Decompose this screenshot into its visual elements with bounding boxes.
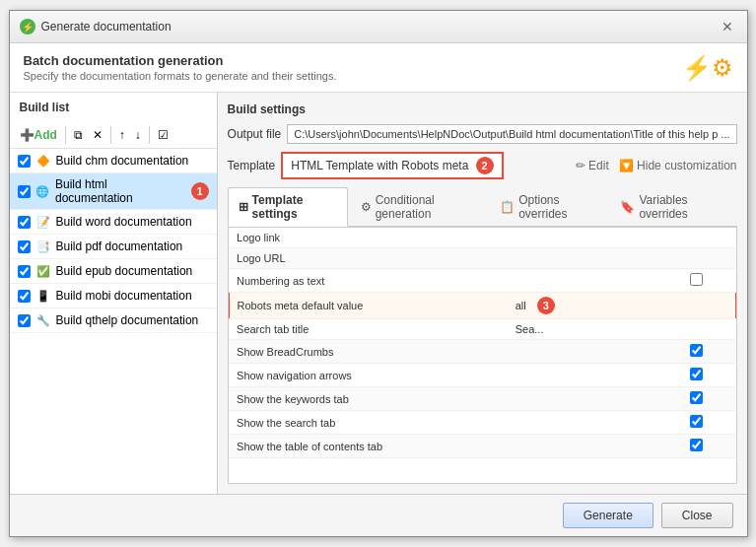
build-list-toolbar: ➕ Add ⧉ ✕ ↑ ↓ ☑ <box>10 122 217 149</box>
mobi-icon: 📱 <box>35 288 51 304</box>
setting-value <box>508 387 657 411</box>
build-word-checkbox[interactable] <box>18 216 31 229</box>
template-value: HTML Template with Robots meta 2 <box>281 152 503 179</box>
build-html-checkbox[interactable] <box>18 185 31 198</box>
build-mobi-checkbox[interactable] <box>18 290 31 303</box>
list-item[interactable]: 📝 Build word documentation <box>10 210 217 235</box>
move-down-button[interactable]: ↓ <box>131 125 145 145</box>
setting-name: Logo URL <box>229 248 508 269</box>
template-actions: ✏ Edit 🔽 Hide customization <box>576 159 737 172</box>
settings-tabs: ⊞ Template settings ⚙ Conditional genera… <box>228 187 737 227</box>
setting-checkbox <box>657 248 735 269</box>
table-row: Show the keywords tab <box>229 387 735 411</box>
qthelp-icon: 🔧 <box>35 312 51 328</box>
list-item[interactable]: 🌐 Build html documentation 1 <box>10 173 217 210</box>
table-row: Logo URL <box>229 248 735 269</box>
table-row: Numbering as text <box>229 269 735 293</box>
options-overrides-tab-label: Options overrides <box>518 193 596 221</box>
left-panel: Build list ➕ Add ⧉ ✕ ↑ ↓ <box>10 93 218 494</box>
setting-name: Show the search tab <box>229 411 508 435</box>
up-icon: ↑ <box>119 128 125 142</box>
word-icon: 📝 <box>35 214 51 230</box>
dialog-footer: Generate Close <box>10 494 747 536</box>
template-row: Template HTML Template with Robots meta … <box>228 152 737 179</box>
tab-conditional-generation[interactable]: ⚙ Conditional generation <box>350 187 487 226</box>
delete-build-button[interactable]: ✕ <box>89 125 106 145</box>
setting-name: Show navigation arrows <box>229 364 508 387</box>
list-item[interactable]: ✅ Build epub documentation <box>10 259 217 284</box>
setting-checkbox[interactable] <box>657 411 735 435</box>
move-up-button[interactable]: ↑ <box>115 125 129 145</box>
title-bar-left: ⚡ Generate documentation <box>20 19 172 34</box>
setting-name: Search tab title <box>229 319 508 340</box>
settings-table: Logo link Logo URL Numbering as text <box>228 227 737 484</box>
setting-checkbox[interactable] <box>657 387 735 411</box>
setting-checkbox[interactable] <box>657 340 735 364</box>
setting-checkbox <box>657 319 735 340</box>
setting-name: Logo link <box>229 228 508 248</box>
setting-checkbox[interactable] <box>657 435 735 458</box>
toolbar-separator <box>65 126 66 144</box>
add-icon: ➕ <box>20 128 34 142</box>
check-all-button[interactable]: ☑ <box>154 125 172 145</box>
table-row: Show navigation arrows <box>229 364 735 387</box>
list-item[interactable]: 🔶 Build chm documentation <box>10 149 217 173</box>
variables-overrides-tab-label: Variables overrides <box>639 193 723 221</box>
add-build-button[interactable]: ➕ Add <box>16 125 61 145</box>
setting-name: Robots meta default value <box>229 293 508 319</box>
delete-icon: ✕ <box>93 128 103 142</box>
toolbar-separator-3 <box>149 126 150 144</box>
setting-checkbox <box>657 228 735 248</box>
setting-name: Numbering as text <box>229 269 508 293</box>
generate-button[interactable]: Generate <box>563 503 653 528</box>
show-breadcrumbs-check[interactable] <box>690 344 703 357</box>
show-nav-arrows-check[interactable] <box>690 368 703 380</box>
build-qthelp-checkbox[interactable] <box>18 314 31 327</box>
show-keywords-tab-check[interactable] <box>690 391 703 404</box>
build-mobi-label: Build mobi documentation <box>56 289 192 303</box>
close-button[interactable]: Close <box>661 503 733 528</box>
build-qthelp-label: Build qthelp documentation <box>56 313 199 327</box>
setting-name: Show the keywords tab <box>229 387 508 411</box>
output-file-row: Output file C:\Users\john\Documents\Help… <box>228 124 737 144</box>
list-item[interactable]: 📱 Build mobi documentation <box>10 284 217 308</box>
show-search-tab-check[interactable] <box>690 415 703 428</box>
table-row: Logo link <box>229 228 735 248</box>
tab-options-overrides[interactable]: 📋 Options overrides <box>489 187 607 226</box>
check-all-icon: ☑ <box>158 128 169 142</box>
tab-template-settings[interactable]: ⊞ Template settings <box>228 187 348 227</box>
toolbar-separator-2 <box>110 126 111 144</box>
output-file-value[interactable]: C:\Users\john\Documents\HelpNDoc\Output\… <box>287 124 736 144</box>
list-item[interactable]: 🔧 Build qthelp documentation <box>10 308 217 333</box>
pdf-icon: 📑 <box>35 239 51 254</box>
header-subtitle: Specify the documentation formats to gen… <box>24 70 337 82</box>
copy-build-button[interactable]: ⧉ <box>70 125 87 145</box>
hide-customization-button[interactable]: 🔽 Hide customization <box>619 159 737 172</box>
tab-variables-overrides[interactable]: 🔖 Variables overrides <box>609 187 734 226</box>
setting-checkbox <box>657 293 735 319</box>
build-list: 🔶 Build chm documentation 🌐 Build html d… <box>10 149 217 494</box>
setting-name: Show BreadCrumbs <box>229 340 508 364</box>
dialog-title: Generate documentation <box>41 20 172 34</box>
conditional-gen-tab-icon: ⚙ <box>361 200 372 214</box>
output-file-label: Output file <box>228 127 282 141</box>
table-row: Search tab title Sea... <box>229 319 735 340</box>
table-row: Show the table of contents tab <box>229 435 735 458</box>
build-chm-checkbox[interactable] <box>18 155 31 168</box>
badge-2: 2 <box>476 157 494 174</box>
close-dialog-button[interactable]: ✕ <box>718 17 737 36</box>
setting-checkbox[interactable] <box>657 269 735 293</box>
numbering-as-text-check[interactable] <box>690 273 703 286</box>
setting-value <box>508 435 657 458</box>
chm-icon: 🔶 <box>35 153 51 169</box>
setting-checkbox[interactable] <box>657 364 735 387</box>
edit-template-button[interactable]: ✏ Edit <box>576 159 609 172</box>
dialog-icon: ⚡ <box>20 19 35 34</box>
header-title: Batch documentation generation <box>24 53 337 68</box>
show-toc-tab-check[interactable] <box>690 439 703 451</box>
build-pdf-checkbox[interactable] <box>18 240 31 253</box>
setting-name: Show the table of contents tab <box>229 435 508 458</box>
list-item[interactable]: 📑 Build pdf documentation <box>10 235 217 259</box>
build-epub-checkbox[interactable] <box>18 265 31 278</box>
epub-icon: ✅ <box>35 263 51 279</box>
